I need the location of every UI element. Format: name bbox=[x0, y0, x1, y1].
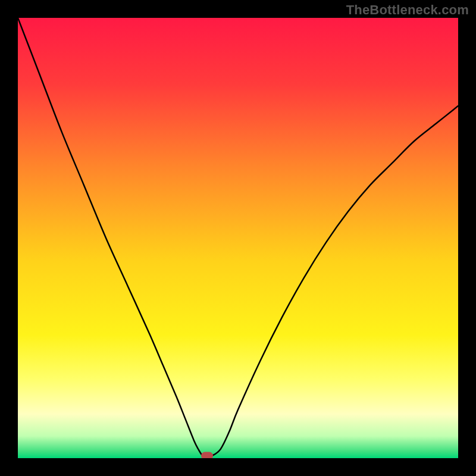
bottleneck-curve bbox=[18, 18, 458, 458]
watermark-text: TheBottleneck.com bbox=[346, 2, 469, 18]
chart-plot-area bbox=[18, 18, 458, 458]
optimal-point-marker bbox=[201, 452, 213, 458]
